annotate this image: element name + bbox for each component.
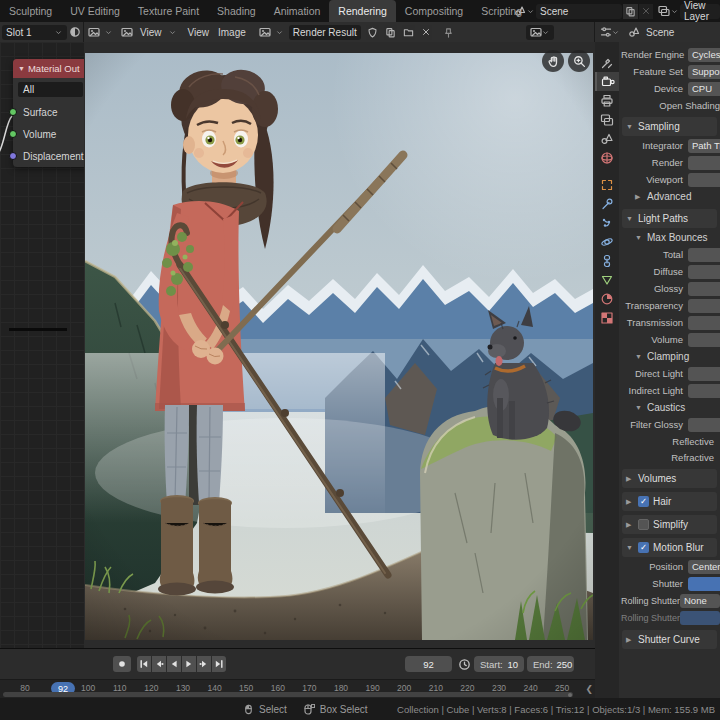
properties-tab-modifiers[interactable] <box>595 194 619 213</box>
properties-tab-world[interactable] <box>595 148 619 167</box>
panel-header-clamping[interactable]: ▼Clamping <box>631 348 720 365</box>
property-field-rolling-shutter[interactable]: None <box>680 594 720 608</box>
next-keyframe-button[interactable] <box>197 656 211 672</box>
property-field-transparency[interactable] <box>688 299 720 313</box>
zoom-view-button[interactable] <box>568 50 590 72</box>
workspace-tab-compositing[interactable]: Compositing <box>396 0 472 22</box>
panel-header-light-paths[interactable]: ▼Light Paths <box>622 209 717 228</box>
play-reverse-button[interactable] <box>167 656 181 672</box>
properties-tab-constraints[interactable] <box>595 251 619 270</box>
socket-dot[interactable] <box>9 130 17 138</box>
panel-header-sampling[interactable]: ▼Sampling <box>622 117 717 136</box>
panel-header-simplify[interactable]: ▶Simplify <box>622 515 717 534</box>
shader-editor-canvas[interactable]: ▼ Material Out All SurfaceVolumeDisplace… <box>0 42 84 648</box>
copy-scene-button[interactable] <box>623 4 638 19</box>
property-field-render-engine[interactable]: Cycles <box>688 48 720 62</box>
properties-tab-material[interactable] <box>595 289 619 308</box>
view-menu[interactable]: View <box>186 27 212 38</box>
pin-icon[interactable] <box>443 27 454 38</box>
property-field-volume[interactable] <box>688 333 720 347</box>
workspace-tab-animation[interactable]: Animation <box>265 0 330 22</box>
open-image-folder-icon[interactable] <box>402 25 415 40</box>
properties-tab-tool[interactable] <box>595 53 619 72</box>
mode-dropdown[interactable]: View <box>138 27 164 38</box>
panel-header-hair[interactable]: ▶✓Hair <box>622 492 717 511</box>
socket-dot[interactable] <box>9 108 17 116</box>
jump-to-end-button[interactable] <box>212 656 226 672</box>
properties-tab-view-layer[interactable] <box>595 110 619 129</box>
property-field-transmission[interactable] <box>688 316 720 330</box>
property-field-position[interactable]: Center on Frame <box>688 560 720 574</box>
view-layer-dropdown-icon[interactable] <box>658 5 670 17</box>
view-layer-field[interactable]: View Layer <box>680 4 720 19</box>
panel-header-motion-blur[interactable]: ▼✓Motion Blur <box>622 538 717 557</box>
panel-header-shutter-curve[interactable]: ▶Shutter Curve <box>622 630 717 649</box>
panel-header-advanced[interactable]: ▶Advanced <box>631 188 720 205</box>
node-socket-displacement[interactable]: Displacement <box>13 145 84 167</box>
material-output-node[interactable]: ▼ Material Out All SurfaceVolumeDisplace… <box>13 59 84 167</box>
node-socket-surface[interactable]: Surface <box>13 101 84 123</box>
browse-image-icon[interactable] <box>259 26 271 38</box>
node-target-dropdown[interactable]: All <box>18 82 83 97</box>
property-slider-rolling-shutter-dur[interactable] <box>680 611 720 625</box>
panel-header-volumes[interactable]: ▶Volumes <box>622 469 717 488</box>
collapse-arrow-icon[interactable]: ▼ <box>18 65 25 72</box>
node-socket-volume[interactable]: Volume <box>13 123 84 145</box>
properties-tab-render[interactable] <box>595 72 619 91</box>
frame-end-field[interactable]: End:250 <box>527 656 574 672</box>
delete-scene-button[interactable] <box>639 4 653 19</box>
checkbox-motion-blur[interactable]: ✓ <box>638 542 649 553</box>
property-field-glossy[interactable] <box>688 282 720 296</box>
workspace-tab-rendering[interactable]: Rendering <box>329 0 395 22</box>
scene-dropdown-icon[interactable] <box>514 5 526 17</box>
property-field-device[interactable]: CPU <box>688 82 720 96</box>
display-channels-dropdown[interactable] <box>526 25 554 40</box>
image-menu[interactable]: Image <box>216 27 248 38</box>
property-field-direct-light[interactable] <box>688 367 720 381</box>
properties-tab-object[interactable] <box>595 175 619 194</box>
socket-dot[interactable] <box>9 152 17 160</box>
timeline-scrollbar[interactable] <box>3 692 573 697</box>
property-field-indirect-light[interactable] <box>688 384 720 398</box>
auto-keying-button[interactable] <box>113 656 131 672</box>
fake-user-shield-icon[interactable] <box>366 25 379 40</box>
properties-tab-particles[interactable] <box>595 213 619 232</box>
property-field-filter-glossy[interactable] <box>688 418 720 432</box>
property-field-diffuse[interactable] <box>688 265 720 279</box>
pan-view-button[interactable] <box>542 50 564 72</box>
property-field-total[interactable] <box>688 248 720 262</box>
current-frame-field[interactable]: 92 <box>405 656 452 672</box>
browse-material-icon[interactable] <box>69 26 81 38</box>
frame-start-field[interactable]: Start:10 <box>474 656 524 672</box>
property-field-viewport[interactable] <box>688 173 720 187</box>
scene-name-field[interactable]: Scene <box>536 4 622 19</box>
properties-tab-physics[interactable] <box>595 232 619 251</box>
property-slider-shutter[interactable] <box>688 577 720 591</box>
workspace-tab-sculpting[interactable]: Sculpting <box>0 0 61 22</box>
properties-tab-scene[interactable] <box>595 129 619 148</box>
workspace-tab-texture-paint[interactable]: Texture Paint <box>129 0 208 22</box>
timeline-ruler[interactable]: 8090100110120130140150160170180190200210… <box>0 679 595 698</box>
collapse-arrow-icon[interactable]: ❮ <box>585 684 593 694</box>
jump-to-start-button[interactable] <box>137 656 151 672</box>
properties-tab-texture[interactable] <box>595 308 619 327</box>
material-slot-dropdown[interactable]: Slot 1 <box>2 25 67 40</box>
new-image-icon[interactable] <box>384 25 397 40</box>
workspace-tab-shading[interactable]: Shading <box>208 0 265 22</box>
property-field-render[interactable] <box>688 156 720 170</box>
properties-tab-output[interactable] <box>595 91 619 110</box>
image-datablock-field[interactable]: Render Result <box>289 25 361 40</box>
checkbox-hair[interactable]: ✓ <box>638 496 649 507</box>
properties-tab-object-data[interactable] <box>595 270 619 289</box>
property-field-integrator[interactable]: Path Tracing <box>688 139 720 153</box>
editor-type-icon[interactable] <box>88 26 100 38</box>
panel-header-caustics[interactable]: ▼Caustics <box>631 399 720 416</box>
play-button[interactable] <box>182 656 196 672</box>
unlink-image-icon[interactable] <box>420 25 432 40</box>
previous-keyframe-button[interactable] <box>152 656 166 672</box>
image-editor-canvas[interactable] <box>84 42 595 648</box>
node-header[interactable]: ▼ Material Out <box>13 59 84 78</box>
workspace-tab-uv-editing[interactable]: UV Editing <box>61 0 129 22</box>
property-field-feature-set[interactable]: Supported <box>688 65 720 79</box>
checkbox-simplify[interactable] <box>638 519 649 530</box>
